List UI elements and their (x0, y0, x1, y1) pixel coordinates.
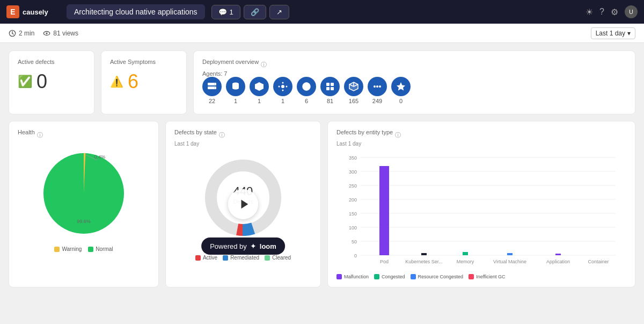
svg-text:Container: Container (588, 259, 609, 264)
deploy-count-7: 249 (372, 98, 382, 104)
svg-text:350: 350 (349, 155, 357, 161)
deploy-icon-cube: 165 (344, 77, 363, 104)
views-item: 81 views (43, 30, 78, 37)
agents-label: Agents: 7 (202, 70, 626, 77)
settings-icon[interactable]: ⚙ (611, 7, 618, 17)
svg-point-17 (279, 86, 280, 88)
deploy-count-5: 81 (327, 98, 333, 104)
video-title-button[interactable]: Architecting cloud native applications (67, 4, 205, 19)
deploy-count-3: 1 (281, 98, 284, 104)
legend-warning: Warning (54, 246, 82, 252)
deployment-title-row: Deployment overview ⓘ (202, 59, 626, 70)
powered-by-text: Powered by (210, 242, 247, 250)
inefficient-gc-label: Inefficient GC (476, 274, 505, 279)
legend-active: Active (195, 255, 217, 261)
svg-point-8 (214, 84, 215, 85)
bar-chart-svg: 350 300 250 200 150 100 50 0 (336, 152, 626, 270)
svg-point-5 (46, 32, 48, 34)
comment-button[interactable]: 💬 1 (211, 5, 240, 19)
remediated-label: Remediated (230, 255, 259, 261)
external-link-button[interactable]: ↗ (269, 5, 289, 19)
svg-text:Virtual Machine: Virtual Machine (493, 259, 526, 264)
comment-icon: 💬 (218, 8, 227, 16)
health-info-icon[interactable]: ⓘ (37, 131, 43, 139)
deploy-count-4: 6 (305, 98, 308, 104)
defects-state-card: Defects by state ⓘ Last 1 day Powered by… (165, 121, 321, 287)
external-link-icon: ↗ (276, 8, 282, 16)
deploy-icon-k8s: 1 (273, 77, 292, 104)
user-avatar[interactable]: U (625, 5, 638, 18)
deployment-title: Deployment overview (202, 59, 259, 65)
link-button[interactable]: 🔗 (244, 5, 266, 19)
dots-icon-bg (368, 77, 387, 96)
defects-state-title-row: Defects by state ⓘ (174, 129, 312, 141)
resource-congested-label: Resource Congested (418, 274, 464, 279)
active-symptoms-card: Active Symptoms ⚠️ 6 (101, 51, 187, 114)
grid-icon-bg (320, 77, 340, 96)
logo-icon: E (6, 5, 19, 18)
svg-text:99.6%: 99.6% (77, 219, 91, 224)
active-dot (195, 255, 201, 261)
svg-point-18 (286, 86, 288, 88)
deploy-icon-grid: 81 (320, 77, 340, 104)
play-icon (238, 198, 250, 210)
server-icon-bg (202, 77, 222, 96)
cube-icon-bg (344, 77, 363, 96)
play-button[interactable] (228, 189, 258, 219)
pod-malfunction-bar (379, 166, 389, 255)
deploy-icon-package: 1 (250, 77, 269, 104)
charts-row: Health ⓘ 99.6% 0.4% (9, 121, 635, 287)
deployment-overview-card: Deployment overview ⓘ Agents: 7 22 1 (193, 51, 635, 114)
defects-entity-info-icon[interactable]: ⓘ (395, 131, 401, 139)
bar-chart-legend: Malfunction Congested Resource Congested… (336, 274, 626, 279)
normal-label: Normal (96, 246, 113, 252)
health-title: Health (18, 129, 35, 135)
malfunction-label: Malfunction (344, 274, 369, 279)
help-icon[interactable]: ? (599, 7, 604, 17)
defects-state-title: Defects by state (174, 129, 217, 135)
svg-rect-24 (326, 87, 330, 90)
legend-inefficient-gc: Inefficient GC (469, 274, 505, 279)
logo-area: E causely (6, 5, 60, 18)
congested-label: Congested (382, 274, 405, 279)
warning-dot (54, 247, 60, 252)
svg-point-9 (214, 88, 215, 89)
legend-remediated: Remediated (223, 255, 259, 261)
state-legend: Active Remediated Cleared (195, 255, 291, 261)
active-defects-value-row: ✅ 0 (18, 70, 85, 93)
remediated-dot (223, 255, 228, 261)
info-icon[interactable]: ⓘ (261, 61, 267, 69)
vm-resource-bar (507, 253, 513, 255)
svg-rect-22 (326, 83, 330, 86)
warning-icon: ⚠️ (110, 75, 123, 88)
deploy-count-1: 1 (234, 98, 237, 104)
svg-point-14 (281, 85, 284, 88)
svg-rect-25 (331, 87, 334, 90)
active-symptoms-value-row: ⚠️ 6 (110, 70, 178, 93)
defects-entity-title-row: Defects by entity type ⓘ (336, 129, 626, 141)
active-defects-number: 0 (36, 70, 47, 93)
active-label: Active (203, 255, 217, 261)
svg-line-3 (12, 33, 13, 34)
svg-text:Application: Application (546, 259, 570, 264)
main-content: Active defects ✅ 0 Active Symptoms ⚠️ 6 … (0, 43, 644, 322)
deploy-count-0: 22 (209, 98, 215, 104)
defects-entity-card: Defects by entity type ⓘ Last 1 day 350 … (327, 121, 635, 287)
legend-cleared: Cleared (265, 255, 291, 261)
pie-chart-container: 99.6% 0.4% Warning Normal (18, 145, 150, 252)
active-defects-title: Active defects (18, 59, 85, 65)
congested-dot (374, 274, 379, 279)
time-filter-dropdown[interactable]: Last 1 day ▾ (591, 27, 635, 39)
svg-text:0: 0 (354, 253, 357, 258)
active-symptoms-title: Active Symptoms (110, 59, 178, 65)
deploy-icons-row: 22 1 1 (202, 77, 626, 104)
legend-resource-congested: Resource Congested (411, 274, 464, 279)
svg-marker-33 (397, 82, 405, 91)
brightness-icon[interactable]: ☀ (586, 7, 593, 17)
package-icon-bg (250, 77, 269, 96)
svg-point-31 (376, 85, 378, 88)
svg-text:150: 150 (349, 211, 357, 217)
defects-state-info-icon[interactable]: ⓘ (219, 131, 225, 139)
svg-point-30 (374, 85, 376, 88)
pie-legend: Warning Normal (54, 246, 113, 252)
